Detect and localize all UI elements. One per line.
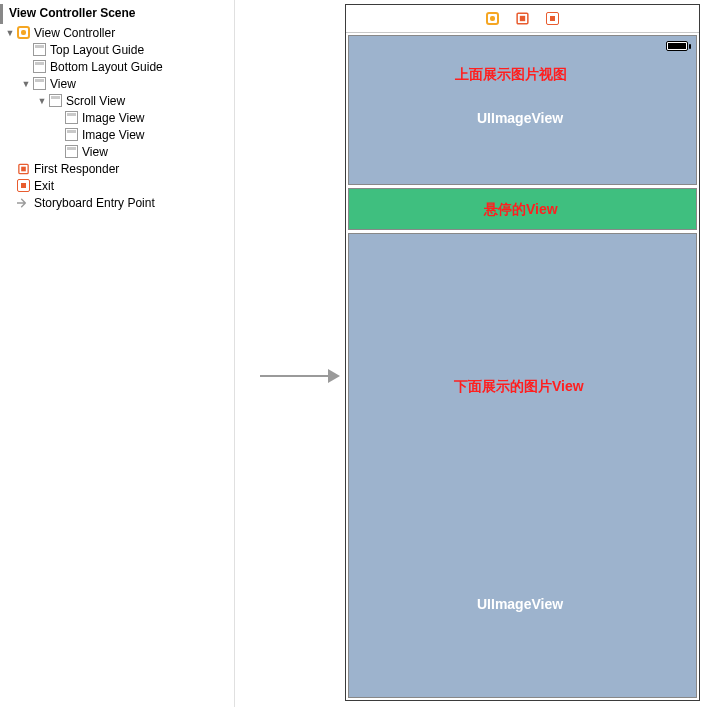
outline-tree: ▼ View Controller Top Layout Guide Botto… (0, 24, 234, 211)
view-icon (64, 127, 79, 142)
exit-icon[interactable] (545, 11, 561, 27)
view-icon (64, 144, 79, 159)
outline-item-label: Image View (82, 128, 144, 142)
scene-title-bar (346, 5, 699, 33)
outline-item-label: Storyboard Entry Point (34, 196, 155, 210)
annotation-lower-class: UIImageView (477, 596, 563, 612)
upper-image-view[interactable]: 上面展示图片视图 UIImageView (348, 35, 697, 185)
outline-item-image-view[interactable]: Image View (0, 126, 234, 143)
annotation-upper-class: UIImageView (477, 110, 563, 126)
scene-header[interactable]: View Controller Scene (0, 4, 234, 24)
outline-item-label: View (82, 145, 108, 159)
lower-image-view[interactable]: 下面展示的图片View UIImageView (348, 233, 697, 698)
layout-guide-icon (32, 42, 47, 57)
outline-item-storyboard-entry-point[interactable]: Storyboard Entry Point (0, 194, 234, 211)
status-bar (351, 38, 694, 58)
entry-point-arrow-icon (16, 195, 31, 210)
outline-item-label: View (50, 77, 76, 91)
first-responder-icon[interactable] (515, 11, 531, 27)
svg-rect-1 (21, 166, 26, 171)
outline-item-scroll-view[interactable]: ▼ Scroll View (0, 92, 234, 109)
outline-item-label: Scroll View (66, 94, 125, 108)
device-root-view[interactable]: 上面展示图片视图 UIImageView 悬停的View 下面展示的图片View… (346, 33, 699, 700)
annotation-upper-title: 上面展示图片视图 (455, 66, 567, 84)
exit-icon (16, 178, 31, 193)
battery-icon (666, 41, 688, 51)
outline-item-label: Image View (82, 111, 144, 125)
outline-item-image-view[interactable]: Image View (0, 109, 234, 126)
view-controller-icon (16, 25, 31, 40)
first-responder-icon (16, 161, 31, 176)
annotation-hover-title: 悬停的View (484, 201, 558, 219)
outline-item-view[interactable]: ▼ View (0, 75, 234, 92)
disclosure-triangle-icon[interactable]: ▼ (4, 27, 16, 39)
view-icon (48, 93, 63, 108)
svg-rect-3 (520, 16, 525, 21)
outline-item-exit[interactable]: Exit (0, 177, 234, 194)
disclosure-triangle-icon[interactable]: ▼ (20, 78, 32, 90)
layout-guide-icon (32, 59, 47, 74)
outline-item-top-layout-guide[interactable]: Top Layout Guide (0, 41, 234, 58)
view-icon (64, 110, 79, 125)
outline-item-label: View Controller (34, 26, 115, 40)
annotation-lower-title: 下面展示的图片View (454, 378, 584, 396)
outline-item-label: Top Layout Guide (50, 43, 144, 57)
outline-item-bottom-layout-guide[interactable]: Bottom Layout Guide (0, 58, 234, 75)
view-icon (32, 76, 47, 91)
outline-item-first-responder[interactable]: First Responder (0, 160, 234, 177)
outline-item-label: First Responder (34, 162, 119, 176)
document-outline-panel: View Controller Scene ▼ View Controller … (0, 0, 235, 707)
outline-item-label: Bottom Layout Guide (50, 60, 163, 74)
storyboard-scene-canvas[interactable]: 上面展示图片视图 UIImageView 悬停的View 下面展示的图片View… (345, 4, 700, 701)
outline-item-view[interactable]: View (0, 143, 234, 160)
view-controller-icon[interactable] (485, 11, 501, 27)
outline-item-view-controller[interactable]: ▼ View Controller (0, 24, 234, 41)
disclosure-triangle-icon[interactable]: ▼ (36, 95, 48, 107)
hover-view[interactable]: 悬停的View (348, 188, 697, 230)
storyboard-entry-arrow-icon[interactable] (260, 366, 340, 386)
outline-item-label: Exit (34, 179, 54, 193)
